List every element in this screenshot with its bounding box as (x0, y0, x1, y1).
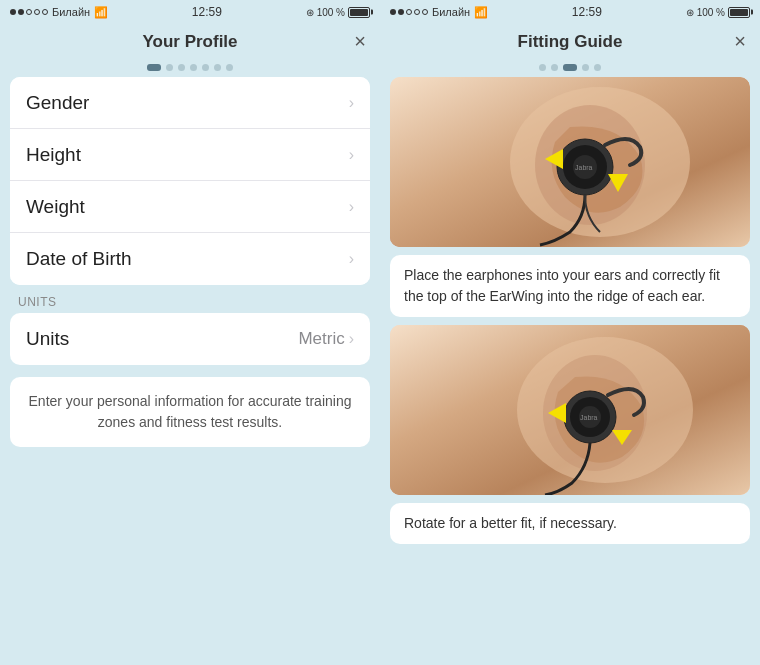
r-dot-1[interactable] (539, 64, 546, 71)
battery-fill-right (730, 9, 748, 16)
title-bar-right: Fitting Guide × (380, 22, 760, 60)
status-left: Билайн 📶 (10, 6, 108, 19)
ear-svg-2: Jabra (390, 325, 750, 495)
gender-chevron: › (349, 94, 354, 112)
pagination-right (380, 60, 760, 77)
right-panel: Билайн 📶 12:59 ⊛ 100 % Fitting Guide × (380, 0, 760, 665)
signal-dots (10, 9, 48, 15)
page-title-right: Fitting Guide (518, 32, 623, 52)
weight-chevron: › (349, 198, 354, 216)
status-left-right: Билайн 📶 (390, 6, 488, 19)
weight-right: › (349, 198, 354, 216)
dob-row[interactable]: Date of Birth › (10, 233, 370, 285)
dot-5[interactable] (202, 64, 209, 71)
close-button-right[interactable]: × (734, 31, 746, 51)
carrier-right: Билайн (432, 6, 470, 18)
battery-icon-right (728, 7, 750, 18)
signal-dot-4 (34, 9, 40, 15)
r-signal-dot-1 (390, 9, 396, 15)
dot-2[interactable] (166, 64, 173, 71)
time-right: 12:59 (572, 5, 602, 19)
profile-cards-list: Gender › Height › Weight › Date of Birth… (10, 77, 370, 285)
left-panel: Билайн 📶 12:59 ⊛ 100 % Your Profile × Ge… (0, 0, 380, 665)
fitting-description-2: Rotate for a better fit, if necessary. (404, 515, 617, 531)
ear-image-2: Jabra (390, 325, 750, 495)
bluetooth-icon-right: ⊛ (686, 7, 694, 18)
ear-svg-1: Jabra (390, 77, 750, 247)
height-right: › (349, 146, 354, 164)
units-value: Metric (298, 329, 344, 349)
battery-fill-left (350, 9, 368, 16)
weight-label: Weight (26, 196, 85, 218)
units-row[interactable]: Units Metric › (10, 313, 370, 365)
svg-text:Jabra: Jabra (580, 414, 598, 421)
gender-label: Gender (26, 92, 89, 114)
height-row[interactable]: Height › (10, 129, 370, 181)
r-dot-2[interactable] (551, 64, 558, 71)
status-right-right: ⊛ 100 % (686, 7, 750, 18)
ear-image-block-1: Jabra (390, 77, 750, 247)
dot-3[interactable] (178, 64, 185, 71)
fitting-text-2: Rotate for a better fit, if necessary. (390, 503, 750, 544)
units-right: Metric › (298, 329, 354, 349)
units-cards-list: Units Metric › (10, 313, 370, 365)
r-signal-dot-4 (414, 9, 420, 15)
weight-row[interactable]: Weight › (10, 181, 370, 233)
units-section-header: UNITS (0, 285, 380, 313)
svg-text:Jabra: Jabra (575, 164, 593, 171)
signal-dot-1 (10, 9, 16, 15)
height-chevron: › (349, 146, 354, 164)
status-bar-left: Билайн 📶 12:59 ⊛ 100 % (0, 0, 380, 22)
dot-7[interactable] (226, 64, 233, 71)
dot-1[interactable] (147, 64, 161, 71)
carrier-left: Билайн (52, 6, 90, 18)
bluetooth-icon-left: ⊛ (306, 7, 314, 18)
status-bar-right: Билайн 📶 12:59 ⊛ 100 % (380, 0, 760, 22)
time-left: 12:59 (192, 5, 222, 19)
close-button-left[interactable]: × (354, 31, 366, 51)
title-bar-left: Your Profile × (0, 22, 380, 60)
dob-chevron: › (349, 250, 354, 268)
fitting-text-1: Place the earphones into your ears and c… (390, 255, 750, 317)
dot-6[interactable] (214, 64, 221, 71)
battery-label-left: 100 % (317, 7, 345, 18)
r-signal-dot-3 (406, 9, 412, 15)
signal-dots-right (390, 9, 428, 15)
battery-label-right: 100 % (697, 7, 725, 18)
fitting-content: Jabra Place the earphones into your ears… (380, 77, 760, 665)
pagination-left (0, 60, 380, 77)
height-label: Height (26, 144, 81, 166)
dob-right: › (349, 250, 354, 268)
status-right-left: ⊛ 100 % (306, 7, 370, 18)
wifi-icon-left: 📶 (94, 6, 108, 19)
signal-dot-5 (42, 9, 48, 15)
r-dot-5[interactable] (594, 64, 601, 71)
dot-4[interactable] (190, 64, 197, 71)
ear-image-block-2: Jabra (390, 325, 750, 495)
page-title-left: Your Profile (142, 32, 237, 52)
r-dot-4[interactable] (582, 64, 589, 71)
gender-right: › (349, 94, 354, 112)
signal-dot-2 (18, 9, 24, 15)
r-signal-dot-5 (422, 9, 428, 15)
signal-dot-3 (26, 9, 32, 15)
r-signal-dot-2 (398, 9, 404, 15)
r-dot-3[interactable] (563, 64, 577, 71)
fitting-description-1: Place the earphones into your ears and c… (404, 267, 720, 304)
gender-row[interactable]: Gender › (10, 77, 370, 129)
units-chevron: › (349, 330, 354, 348)
units-label: Units (26, 328, 69, 350)
dob-label: Date of Birth (26, 248, 132, 270)
footer-text-left: Enter your personal information for accu… (10, 377, 370, 447)
battery-icon-left (348, 7, 370, 18)
ear-image-1: Jabra (390, 77, 750, 247)
wifi-icon-right: 📶 (474, 6, 488, 19)
